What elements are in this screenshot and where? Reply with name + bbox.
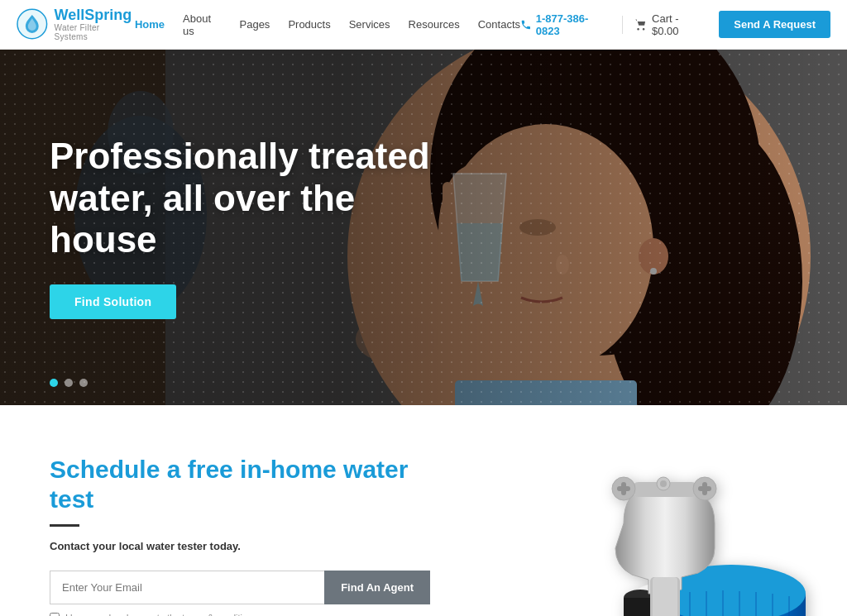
hero-title: Professionally treated water, all over t… [50,136,447,261]
nav-contacts[interactable]: Contacts [478,18,520,31]
terms-row: I have read and agree to the terms & con… [50,613,430,616]
nav-pages[interactable]: Pages [240,18,270,31]
email-input[interactable] [50,571,324,604]
phone-number: 1-877-386-0823 [536,12,611,37]
water-test-subtitle: Contact your local water tester today. [50,540,430,552]
find-solution-button[interactable]: Find Solution [50,284,176,319]
faucet-filter-image [516,457,814,616]
water-test-left: Schedule a free in-home water test Conta… [50,455,430,616]
nav-products[interactable]: Products [288,18,330,31]
water-test-section: Schedule a free in-home water test Conta… [0,405,847,616]
water-test-title: Schedule a free in-home water test [50,455,430,514]
svg-rect-41 [653,577,677,616]
hero-slide-indicators [50,379,88,387]
nav-about[interactable]: About us [183,12,221,37]
nav-home[interactable]: Home [135,18,165,31]
hero-section: Professionally treated water, all over t… [0,50,847,405]
nav-services[interactable]: Services [349,18,390,31]
svg-point-51 [660,480,667,487]
terms-checkbox[interactable] [50,613,60,616]
svg-rect-46 [621,482,626,495]
find-agent-button[interactable]: Find An Agent [324,571,430,604]
slide-dot-1[interactable] [50,379,58,387]
slide-dot-2[interactable] [65,379,73,387]
site-header: WellSpring Water Filter Systems Home Abo… [0,0,847,50]
slide-dot-3[interactable] [79,379,88,387]
cart-icon [634,18,648,31]
header-divider [622,16,623,34]
header-right: 1-877-386-0823 Cart - $0.00 Send A Reque… [520,11,830,38]
email-row: Find An Agent [50,571,430,604]
title-underline [50,524,79,527]
logo-sub: Water Filter Systems [55,23,135,41]
cart-label: Cart - $0.00 [652,12,707,37]
terms-label: I have read and agree to the terms & con… [65,613,257,616]
main-nav: Home About us Pages Products Services Re… [135,12,520,37]
send-request-button[interactable]: Send A Request [719,11,830,38]
logo[interactable]: WellSpring Water Filter Systems [17,7,135,42]
svg-rect-49 [702,482,707,495]
phone-wrap[interactable]: 1-877-386-0823 [520,12,610,37]
cart-wrap[interactable]: Cart - $0.00 [634,12,707,37]
logo-brand: WellSpring [55,7,135,24]
hero-content: Professionally treated water, all over t… [50,136,447,319]
logo-icon [17,8,48,40]
water-test-right [508,449,822,616]
phone-icon [520,19,532,31]
nav-resources[interactable]: Resources [409,18,460,31]
